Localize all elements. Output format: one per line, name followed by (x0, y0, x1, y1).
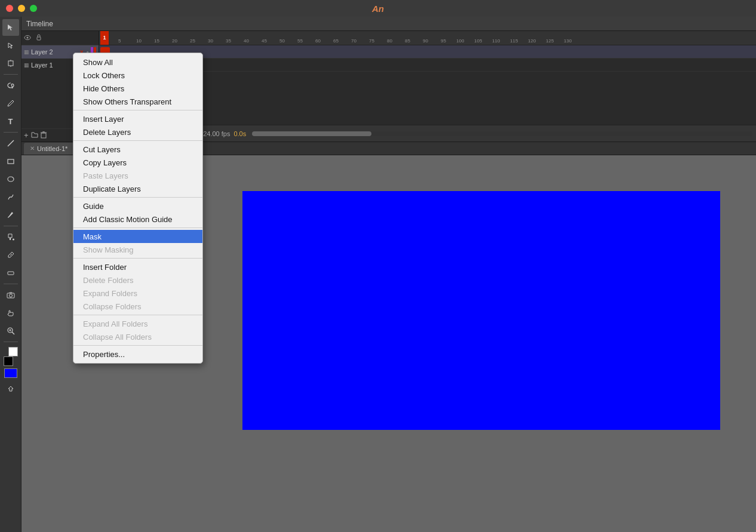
tool-pen[interactable] (2, 95, 19, 112)
timeline-scrollbar-thumb[interactable] (252, 131, 371, 136)
menu-item-show-masking: Show Masking (73, 243, 202, 256)
tool-pencil[interactable] (2, 189, 19, 205)
toolbar-divider-1 (4, 74, 18, 75)
app-name: An (372, 4, 384, 14)
menu-separator-after-delete-layers (73, 140, 202, 141)
menu-item-insert-layer[interactable]: Insert Layer (73, 112, 202, 125)
fill-color-swatch[interactable] (8, 347, 18, 356)
menu-item-add-classic-motion-guide[interactable]: Add Classic Motion Guide (73, 213, 202, 226)
svg-line-4 (8, 140, 14, 146)
menu-item-expand-folders: Expand Folders (73, 287, 202, 300)
menu-item-guide[interactable]: Guide (73, 199, 202, 213)
svg-line-13 (12, 332, 14, 334)
eye-icon (24, 35, 31, 42)
menu-item-delete-layers[interactable]: Delete Layers (73, 125, 202, 139)
color-swatches (2, 347, 19, 366)
menu-item-copy-layers[interactable]: Copy Layers (73, 156, 202, 169)
title-bar: An (0, 0, 756, 17)
menu-item-insert-folder[interactable]: Insert Folder (73, 260, 202, 273)
menu-item-show-others-transparent[interactable]: Show Others Transparent (73, 95, 202, 108)
context-menu: Show AllLock OthersHide OthersShow Other… (73, 53, 203, 364)
toolbar-divider-3 (4, 226, 18, 226)
frame-number: 1 (103, 35, 106, 41)
menu-separator-after-collapse-all-folders (73, 345, 202, 346)
tool-snap[interactable] (2, 380, 19, 397)
tool-eyedropper[interactable] (2, 247, 19, 263)
svg-point-11 (9, 294, 12, 297)
svg-rect-19 (41, 133, 46, 138)
lock-icon (36, 34, 42, 42)
blue-rectangle (242, 191, 720, 430)
time-display: 0.0s (233, 130, 246, 137)
svg-point-17 (27, 36, 29, 38)
tool-zoom[interactable] (2, 322, 19, 339)
layer1-type-icon: ▦ (24, 62, 29, 68)
tab-close-icon[interactable]: ✕ (30, 145, 35, 152)
menu-item-properties[interactable]: Properties... (73, 348, 202, 361)
current-color[interactable] (4, 368, 17, 378)
app-icon: An (372, 4, 384, 14)
menu-item-collapse-folders: Collapse Folders (73, 300, 202, 313)
menu-item-cut-layers[interactable]: Cut Layers (73, 143, 202, 156)
minimize-button[interactable] (18, 5, 25, 12)
menu-item-delete-folders: Delete Folders (73, 273, 202, 287)
tab-untitled[interactable]: ✕ Untitled-1* (24, 143, 73, 155)
tool-text[interactable]: T (2, 113, 19, 130)
menu-item-paste-layers: Paste Layers (73, 169, 202, 182)
timeline-title: Timeline (26, 20, 53, 28)
tool-hand[interactable] (2, 305, 19, 321)
tool-brush[interactable] (2, 207, 19, 223)
svg-point-6 (8, 177, 14, 182)
tool-eraser[interactable] (2, 265, 19, 281)
menu-item-duplicate-layers[interactable]: Duplicate Layers (73, 182, 202, 195)
svg-rect-0 (8, 61, 13, 66)
svg-line-8 (10, 254, 12, 256)
menu-item-expand-all-folders: Expand All Folders (73, 317, 202, 330)
menu-separator-after-collapse-folders (73, 315, 202, 315)
left-toolbar: T (0, 17, 21, 532)
svg-point-7 (13, 239, 14, 241)
menu-item-show-all[interactable]: Show All (73, 56, 202, 69)
layer-header-icons (21, 31, 99, 45)
stroke-color-swatch[interactable] (4, 356, 13, 366)
toolbar-divider-2 (4, 132, 18, 133)
stage-canvas (242, 191, 720, 430)
fps-display: 24.00 fps (203, 130, 230, 137)
menu-separator-after-show-others-transparent (73, 110, 202, 110)
svg-rect-18 (37, 37, 41, 40)
tab-label: Untitled-1* (37, 145, 67, 152)
timeline-ruler[interactable]: 1 5 10 15 20 25 30 35 40 (99, 31, 756, 45)
svg-rect-5 (8, 159, 14, 164)
tool-paint-bucket[interactable] (2, 229, 19, 245)
tool-lasso[interactable] (2, 77, 19, 94)
menu-item-collapse-all-folders: Collapse All Folders (73, 330, 202, 343)
folder-icon[interactable] (31, 132, 38, 139)
toolbar-divider-4 (4, 284, 18, 284)
toolbar-divider-5 (4, 342, 18, 342)
tool-oval[interactable] (2, 171, 19, 187)
menu-separator-after-add-classic-motion-guide (73, 227, 202, 228)
maximize-button[interactable] (30, 5, 37, 12)
menu-item-mask[interactable]: Mask (73, 230, 202, 243)
menu-separator-after-duplicate-layers (73, 197, 202, 198)
delete-layer-icon[interactable] (41, 131, 47, 140)
menu-item-hide-others[interactable]: Hide Others (73, 82, 202, 95)
menu-separator-after-show-masking (73, 258, 202, 259)
tool-camera[interactable] (2, 287, 19, 303)
menu-item-lock-others[interactable]: Lock Others (73, 69, 202, 82)
timeline-header-bar: Timeline (21, 17, 756, 31)
tool-subselect[interactable] (2, 37, 19, 54)
layer2-name: Layer 2 (31, 48, 78, 56)
timeline-scrollbar[interactable] (252, 131, 752, 136)
tool-free-transform[interactable] (2, 55, 19, 72)
tool-line[interactable] (2, 135, 19, 152)
close-button[interactable] (6, 5, 13, 12)
svg-rect-9 (8, 272, 14, 275)
layer2-type-icon: ▦ (24, 49, 29, 55)
add-layer-icon[interactable]: + (24, 131, 29, 140)
tool-rect[interactable] (2, 153, 19, 170)
tool-select[interactable] (2, 19, 19, 36)
